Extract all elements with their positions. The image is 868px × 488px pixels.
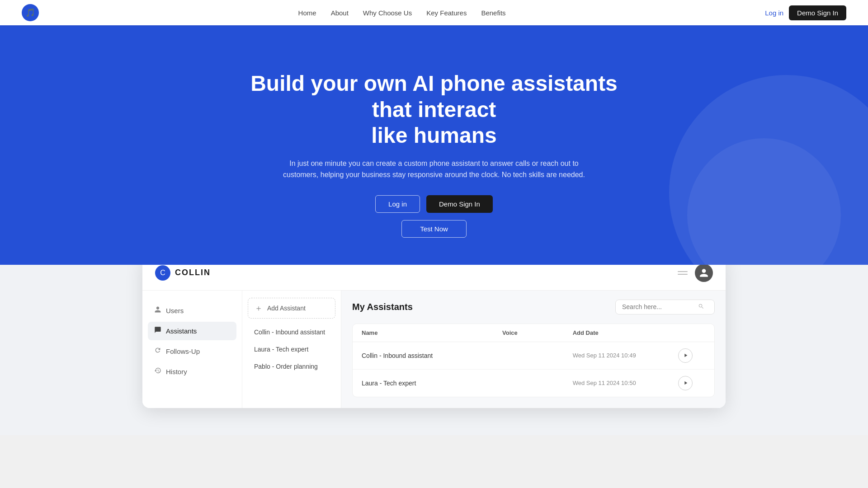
search-wrap [615,300,715,314]
search-input[interactable] [622,303,694,310]
row2-play-button[interactable] [678,376,693,390]
nav-actions: Log in Demo Sign In [765,5,846,20]
assistant-item-pablo[interactable]: Pablo - Order planning [248,358,335,375]
followsup-icon [154,347,161,356]
hero-login-button[interactable]: Log in [375,195,420,213]
app-logo-icon: C [155,265,170,281]
sidebar-label-assistants: Assistants [166,327,197,335]
app-body: Users Assistants Follows-Up [142,291,726,408]
table-row: Laura - Tech expert Wed Sep 11 2024 10:5… [353,370,714,397]
main-title: My Assistants [352,302,413,312]
row1-name: Collin - Inbound assistant [362,352,502,359]
app-preview-wrap: C COLLIN [0,265,868,435]
app-menu-icon[interactable] [678,271,688,275]
col-name: Name [362,329,502,336]
sidebar-label-followsup: Follows-Up [166,347,200,355]
hero-demo-button[interactable]: Demo Sign In [426,195,493,213]
row1-play-button[interactable] [678,348,693,363]
assistants-icon [154,326,161,336]
app-logo-text: COLLIN [175,268,211,277]
nav-home[interactable]: Home [298,9,316,17]
nav-benefits[interactable]: Benefits [481,9,505,17]
assistants-table: Name Voice Add Date Collin - Inbound ass… [352,324,715,397]
test-now-button[interactable]: Test Now [401,220,467,238]
app-logo: C COLLIN [155,265,211,281]
app-header-right [678,264,713,282]
sidebar-item-assistants[interactable]: Assistants [148,322,236,340]
sidebar-label-users: Users [166,307,184,314]
row2-date: Wed Sep 11 2024 10:50 [573,380,678,386]
assistant-item-laura[interactable]: Laura - Tech expert [248,341,335,357]
nav-links: Home About Why Choose Us Key Features Be… [298,9,506,17]
col-adddate: Add Date [573,329,678,336]
sidebar-label-history: History [166,368,187,375]
col-action [678,329,705,336]
sidebar-item-followsup[interactable]: Follows-Up [148,342,236,361]
main-header: My Assistants [352,300,715,314]
app-window: C COLLIN [142,256,726,408]
users-icon [154,306,161,315]
nav-why[interactable]: Why Choose Us [363,9,412,17]
nav-demo-button[interactable]: Demo Sign In [789,5,846,20]
row1-date: Wed Sep 11 2024 10:49 [573,352,678,359]
col-voice: Voice [502,329,573,336]
navbar: 🎵 Home About Why Choose Us Key Features … [0,0,868,25]
menu-line-1 [678,271,688,272]
nav-logo: 🎵 [22,4,39,21]
main-content: My Assistants Name Voice Add Date [341,291,726,408]
plus-icon: ＋ [255,303,263,314]
search-icon [698,303,704,311]
avatar[interactable] [695,264,713,282]
sidebar-item-users[interactable]: Users [148,301,236,320]
table-header: Name Voice Add Date [353,324,714,342]
history-icon [154,367,161,376]
table-row: Collin - Inbound assistant Wed Sep 11 20… [353,342,714,370]
nav-features[interactable]: Key Features [426,9,467,17]
hero-buttons: Log in Demo Sign In [375,195,493,213]
sidebar: Users Assistants Follows-Up [142,291,242,408]
sidebar-item-history[interactable]: History [148,362,236,381]
menu-line-2 [678,274,688,275]
add-assistant-label: Add Assistant [267,305,306,312]
hero-headline: Build your own AI phone assistants that … [240,70,628,149]
add-assistant-button[interactable]: ＋ Add Assistant [248,298,335,319]
assistant-item-collin[interactable]: Collin - Inbound assistant [248,324,335,340]
nav-about[interactable]: About [331,9,349,17]
nav-login-button[interactable]: Log in [765,9,783,17]
hero-section: Build your own AI phone assistants that … [0,25,868,265]
assistant-list-panel: ＋ Add Assistant Collin - Inbound assista… [242,291,341,408]
row2-name: Laura - Tech expert [362,380,502,387]
logo-icon: 🎵 [22,4,39,21]
hero-description: In just one minute you can create a cust… [271,158,597,181]
